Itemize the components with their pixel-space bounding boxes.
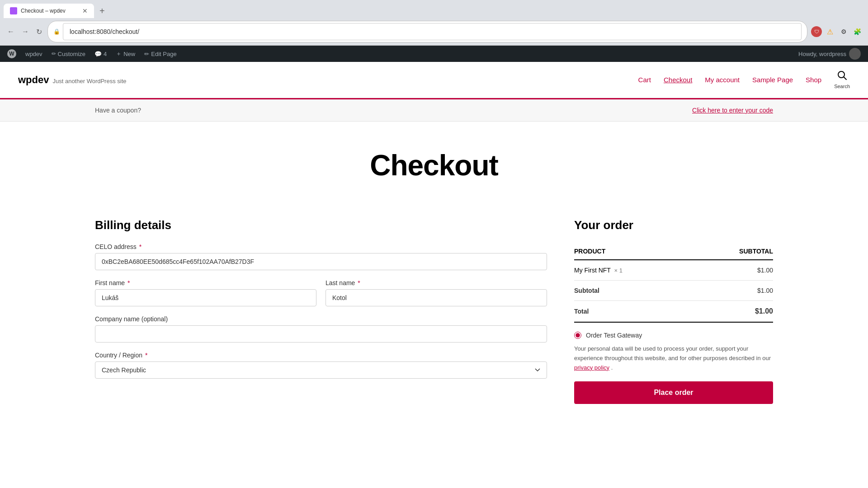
order-item-row: My First NFT × 1 $1.00 — [574, 260, 773, 281]
extension-icon-3[interactable]: 🧩 — [852, 26, 863, 37]
first-name-input[interactable] — [95, 289, 316, 306]
first-name-required: * — [127, 279, 130, 286]
subtotal-label: Subtotal — [574, 281, 691, 301]
subtotal-row: Subtotal $1.00 — [574, 281, 773, 301]
nav-sample-page[interactable]: Sample Page — [752, 76, 793, 84]
payment-radio[interactable] — [574, 332, 581, 339]
browser-chrome: Checkout – wpdev ✕ + ← → ↻ 🔒 🛡 ⚠ ⚙ 🧩 — [0, 0, 868, 46]
tab-favicon — [10, 7, 17, 14]
nav-cart[interactable]: Cart — [638, 76, 651, 84]
nav-shop[interactable]: Shop — [806, 76, 821, 84]
celo-address-input[interactable] — [95, 253, 547, 270]
wp-logo-item[interactable]: W — [4, 46, 20, 62]
site-tagline: Just another WordPress site — [52, 78, 126, 84]
new-label: New — [123, 51, 135, 57]
last-name-label: Last name * — [326, 279, 547, 286]
tab-bar: Checkout – wpdev ✕ + — [0, 0, 868, 18]
company-group: Company name (optional) — [95, 315, 547, 343]
billing-title: Billing details — [95, 218, 547, 232]
order-table: PRODUCT SUBTOTAL My First NFT × 1 $1.00 … — [574, 243, 773, 323]
last-name-required: * — [358, 279, 360, 286]
country-label: Country / Region * — [95, 352, 547, 359]
privacy-note: Your personal data will be used to proce… — [574, 344, 773, 372]
country-group: Country / Region * Czech Republic United… — [95, 352, 547, 379]
country-select-wrapper: Czech Republic United States United King… — [95, 361, 547, 379]
howdy-text: Howdy, wordpress — [798, 51, 846, 57]
coupon-bar: Have a coupon? Click here to enter your … — [0, 98, 868, 122]
last-name-group: Last name * — [326, 279, 547, 306]
col-product: PRODUCT — [574, 243, 691, 260]
payment-section: Order Test Gateway Your personal data wi… — [574, 332, 773, 404]
new-tab-button[interactable]: + — [96, 4, 108, 18]
comments-count: 4 — [104, 51, 107, 57]
name-row: First name * Last name * — [95, 279, 547, 306]
search-button[interactable]: Search — [834, 70, 850, 89]
extension-icon-1[interactable]: 🛡 — [811, 26, 822, 37]
col-subtotal: SUBTOTAL — [691, 243, 773, 260]
site-header: wpdev Just another WordPress site Cart C… — [0, 62, 868, 98]
new-icon: ＋ — [116, 50, 122, 58]
page-title-section: Checkout — [0, 122, 868, 200]
order-table-header: PRODUCT SUBTOTAL — [574, 243, 773, 260]
order-item-price: $1.00 — [691, 260, 773, 281]
total-row: Total $1.00 — [574, 301, 773, 323]
admin-bar-howdy[interactable]: Howdy, wordpress — [795, 48, 864, 60]
forward-button[interactable]: → — [20, 26, 31, 38]
order-item-name: My First NFT × 1 — [574, 260, 691, 281]
nav-checkout[interactable]: Checkout — [664, 76, 692, 84]
address-bar[interactable]: 🔒 — [47, 21, 807, 42]
site-branding: wpdev Just another WordPress site — [18, 74, 127, 86]
svg-line-1 — [844, 77, 846, 80]
wp-logo-icon: W — [7, 49, 16, 58]
country-required: * — [145, 352, 147, 359]
celo-address-label: CELO address * — [95, 243, 547, 250]
checkout-main: Billing details CELO address * First nam… — [0, 200, 868, 431]
tab-close-button[interactable]: ✕ — [82, 7, 88, 14]
order-section: Your order PRODUCT SUBTOTAL My First NFT… — [574, 218, 773, 404]
browser-icons: 🛡 ⚠ ⚙ 🧩 — [811, 26, 863, 37]
tab-title: Checkout – wpdev — [21, 8, 79, 14]
celo-required: * — [139, 243, 142, 250]
product-qty: × 1 — [614, 267, 623, 274]
back-button[interactable]: ← — [5, 26, 16, 38]
page-title: Checkout — [9, 149, 859, 182]
admin-bar-comments[interactable]: 💬 4 — [91, 46, 110, 62]
first-name-label: First name * — [95, 279, 316, 286]
company-input[interactable] — [95, 325, 547, 343]
wp-admin-bar: W wpdev ✏ Customize 💬 4 ＋ New ✏ Edit Pag… — [0, 46, 868, 62]
nav-my-account[interactable]: My account — [705, 76, 740, 84]
total-label: Total — [574, 301, 691, 323]
refresh-button[interactable]: ↻ — [34, 26, 44, 38]
coupon-link[interactable]: Click here to enter your code — [692, 107, 773, 114]
payment-method-label[interactable]: Order Test Gateway — [586, 332, 642, 339]
active-tab: Checkout – wpdev ✕ — [4, 4, 94, 18]
country-select[interactable]: Czech Republic United States United King… — [95, 361, 547, 379]
coupon-text: Have a coupon? — [95, 107, 141, 114]
admin-avatar — [849, 48, 861, 60]
edit-page-label: Edit Page — [151, 51, 176, 57]
extension-icon-2[interactable]: ⚠ — [825, 26, 835, 37]
admin-bar-new[interactable]: ＋ New — [112, 46, 139, 62]
site-title[interactable]: wpdev — [18, 74, 49, 86]
address-input[interactable] — [63, 23, 802, 40]
browser-menu-icon[interactable]: ⚙ — [838, 26, 849, 37]
privacy-policy-link[interactable]: privacy policy — [574, 364, 609, 371]
site-nav: Cart Checkout My account Sample Page Sho… — [638, 70, 850, 89]
billing-section: Billing details CELO address * First nam… — [95, 218, 547, 404]
company-label: Company name (optional) — [95, 315, 547, 323]
edit-page-icon: ✏ — [144, 51, 149, 57]
subtotal-value: $1.00 — [691, 281, 773, 301]
last-name-input[interactable] — [326, 289, 547, 306]
first-name-group: First name * — [95, 279, 316, 306]
search-icon — [837, 70, 847, 82]
admin-bar-site-label: wpdev — [25, 51, 42, 57]
admin-bar-site[interactable]: wpdev — [22, 46, 46, 62]
customize-label: Customize — [58, 51, 85, 57]
place-order-button[interactable]: Place order — [574, 381, 773, 404]
admin-bar-customize[interactable]: ✏ Customize — [48, 46, 89, 62]
comments-icon: 💬 — [94, 51, 102, 57]
celo-address-group: CELO address * — [95, 243, 547, 270]
admin-bar-edit-page[interactable]: ✏ Edit Page — [141, 46, 180, 62]
search-label: Search — [834, 84, 850, 89]
browser-toolbar: ← → ↻ 🔒 🛡 ⚠ ⚙ 🧩 — [0, 18, 868, 45]
